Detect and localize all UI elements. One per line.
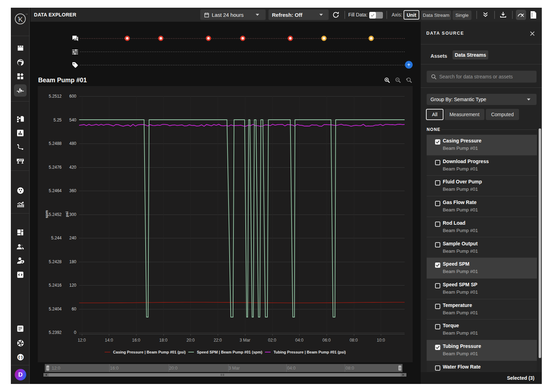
svg-text:K: K	[18, 16, 23, 23]
svg-text:TM: TM	[26, 13, 28, 15]
svg-text:}: }	[21, 355, 23, 359]
